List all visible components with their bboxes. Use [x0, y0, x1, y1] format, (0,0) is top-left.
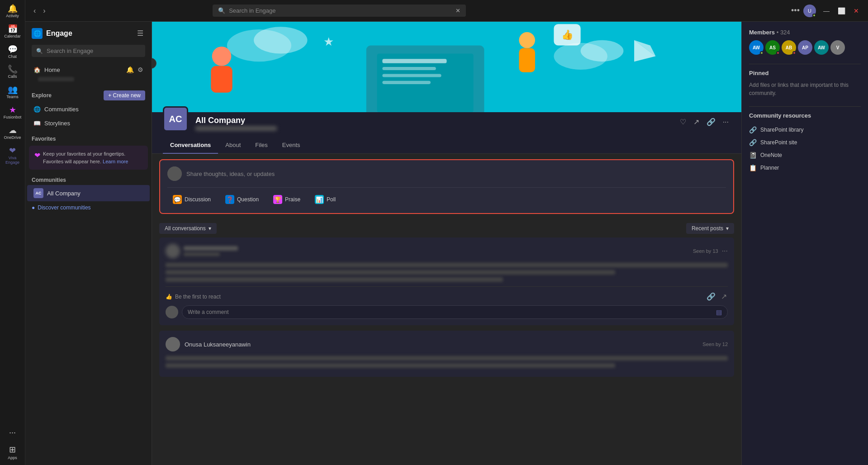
topbar-navigation: ‹ › [31, 5, 48, 17]
svg-rect-7 [382, 59, 446, 63]
member-avatar-2[interactable]: AS [765, 40, 780, 55]
pinned-section: Pinned Add files or links that are impor… [749, 70, 861, 97]
sidebar-item-communities[interactable]: 🌐 Communities [27, 102, 150, 116]
comment-input[interactable]: Write a comment ▤ [182, 305, 728, 319]
favorites-learn-more[interactable]: Learn more [103, 159, 128, 164]
conversations-filter-dropdown[interactable]: All conversations ▾ [159, 223, 217, 234]
post-more-button[interactable]: ··· [722, 247, 728, 255]
settings-icon[interactable]: ⚙ [138, 66, 143, 73]
nav-viva-engage[interactable]: ❤ Viva Engage [2, 144, 24, 168]
nav-fusionbot[interactable]: ★ Fusionbot [2, 103, 24, 123]
pinned-text: Add files or links that are important to… [749, 81, 861, 97]
nav-more[interactable]: ··· [2, 425, 24, 440]
community-sub [195, 126, 671, 132]
sharepoint-site-icon: 🔗 [749, 139, 757, 146]
divider [749, 64, 861, 64]
topbar-more-button[interactable]: ••• [791, 6, 800, 15]
community-resources-section: Community resources 🔗 SharePoint library… [749, 112, 861, 174]
share-button[interactable]: ↗ [692, 116, 701, 128]
member-avatar-4[interactable]: AP [798, 40, 812, 55]
main-content: ‹ [152, 22, 868, 465]
user-avatar[interactable]: U [803, 5, 816, 17]
search-clear-icon[interactable]: ✕ [455, 7, 460, 14]
sharepoint-library-icon: 🔗 [749, 126, 757, 133]
sidebar-search-input[interactable] [47, 47, 141, 54]
notification-bell-icon[interactable]: 🔔 [126, 66, 134, 73]
nav-calendar[interactable]: 📅 Calendar [2, 22, 24, 42]
composer-praise-button[interactable]: 🏆 Praise [268, 192, 306, 207]
post-composer[interactable]: Share thoughts, ideas, or updates 💬 Disc… [159, 159, 734, 214]
nav-teams[interactable]: 👥 Teams [2, 83, 24, 102]
chevron-down-icon: ▾ [209, 225, 211, 232]
post-link-button[interactable]: 🔗 [706, 291, 716, 302]
like-button[interactable]: ♡ [678, 116, 688, 128]
link-button[interactable]: 🔗 [705, 116, 717, 128]
resource-planner[interactable]: 📋 Planner [749, 161, 861, 174]
all-company-avatar: AC [33, 188, 43, 198]
right-panel: Members • 324 AW AS AB [741, 22, 868, 465]
member-avatar-5[interactable]: AW [814, 40, 829, 55]
nav-calls[interactable]: 📞 Calls [2, 62, 24, 82]
more-options-button[interactable]: ··· [721, 116, 730, 128]
sidebar-search[interactable]: 🔍 [32, 45, 145, 57]
topbar-search-input[interactable] [229, 7, 452, 14]
forward-button[interactable]: › [40, 5, 48, 17]
thumbs-up-icon: 👍 [166, 294, 172, 300]
search-icon: 🔍 [218, 7, 225, 14]
post-share-button[interactable]: ↗ [720, 291, 728, 302]
planner-icon: 📋 [749, 164, 757, 171]
window-controls: — ⬜ ✕ [820, 5, 863, 16]
composer-placeholder[interactable]: Share thoughts, ideas, or updates [186, 171, 275, 177]
sidebar-app-name: Engage [46, 29, 72, 38]
post-author [166, 244, 238, 258]
sidebar-item-home[interactable]: 🏠 Home 🔔 ⚙ [27, 62, 150, 77]
sidebar-item-storylines[interactable]: 📖 Storylines [27, 116, 150, 130]
resource-sharepoint-library[interactable]: 🔗 SharePoint library [749, 123, 861, 136]
composer-question-button[interactable]: ❓ Question [220, 192, 264, 207]
home-sub-item-blurred [38, 77, 74, 81]
topbar: ‹ › 🔍 ✕ ••• U — ⬜ ✕ [25, 0, 868, 22]
nav-onedrive[interactable]: ☁ OneDrive [2, 123, 24, 143]
nav-apps[interactable]: ⊞ Apps [2, 442, 24, 463]
topbar-search[interactable]: 🔍 ✕ [213, 5, 466, 17]
member-avatar-1[interactable]: AW [749, 40, 764, 55]
nav-chat[interactable]: 💬 Chat [2, 43, 24, 62]
community-tabs: Conversations About Files Events [152, 137, 741, 154]
resource-onenote[interactable]: 📓 OneNote [749, 149, 861, 161]
communities-section-header: Communities [25, 171, 152, 185]
react-button[interactable]: 👍 Be the first to react [166, 294, 221, 300]
nav-calendar-label: Calendar [4, 34, 21, 39]
tab-about[interactable]: About [218, 137, 248, 154]
post-footer-actions: 🔗 ↗ [706, 291, 728, 302]
nav-teams-label: Teams [6, 95, 19, 100]
create-new-button[interactable]: + Create new [104, 90, 145, 100]
members-count: • 324 [777, 29, 790, 36]
app-nav: 🔔 Activity 📅 Calendar 💬 Chat 📞 Calls 👥 T… [0, 0, 25, 465]
composer-poll-button[interactable]: 📊 Poll [309, 192, 341, 207]
resource-sharepoint-site[interactable]: 🔗 SharePoint site [749, 136, 861, 149]
heart-icon: ❤ [34, 150, 40, 161]
all-company-label: All Company [47, 190, 81, 197]
tab-files[interactable]: Files [248, 137, 275, 154]
svg-rect-10 [382, 81, 431, 84]
composer-discussion-button[interactable]: 💬 Discussion [167, 192, 216, 207]
sidebar-community-all-company[interactable]: AC All Company [27, 185, 150, 201]
member-status-dot [760, 51, 764, 55]
communities-section-label: Communities [32, 177, 66, 183]
sidebar-menu-button[interactable]: ☰ [135, 27, 145, 39]
member-avatar-3[interactable]: AB [782, 40, 796, 55]
svg-text:★: ★ [323, 35, 334, 48]
discover-icon: ● [32, 204, 35, 211]
minimize-button[interactable]: — [820, 5, 833, 16]
member-avatar-6[interactable]: V [830, 40, 845, 55]
discover-communities-link[interactable]: ● Discover communities [25, 201, 152, 214]
comment-send-icon[interactable]: ▤ [716, 308, 722, 316]
communities-icon: 🌐 [33, 106, 41, 113]
sort-filter-dropdown[interactable]: Recent posts ▾ [686, 223, 734, 234]
close-button[interactable]: ✕ [850, 5, 863, 16]
back-button[interactable]: ‹ [31, 5, 38, 17]
restore-button[interactable]: ⬜ [834, 5, 849, 16]
tab-conversations[interactable]: Conversations [163, 137, 218, 154]
nav-activity[interactable]: 🔔 Activity [2, 2, 24, 21]
tab-events[interactable]: Events [275, 137, 308, 154]
